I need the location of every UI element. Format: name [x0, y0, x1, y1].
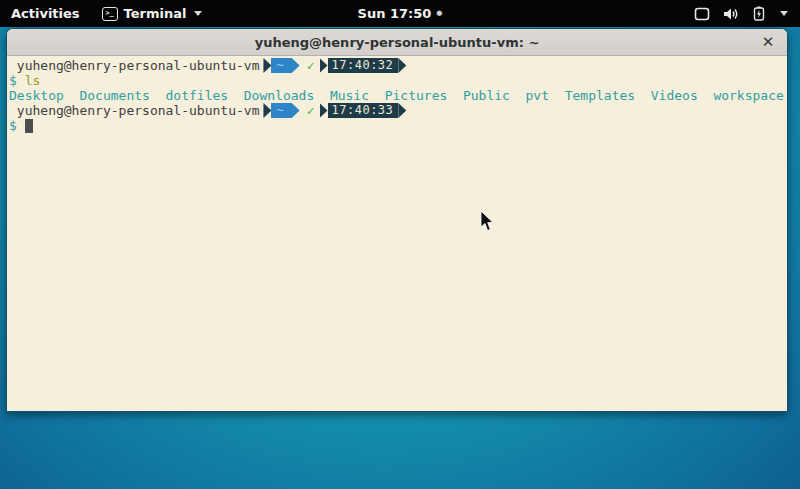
prompt-time-segment: 17:40:32: [328, 58, 399, 73]
volume-icon: [723, 7, 740, 21]
prompt-user-host: yuheng@henry-personal-ubuntu-vm: [9, 103, 259, 118]
screen-share-icon: [694, 7, 710, 21]
directory-name: Desktop: [9, 88, 64, 103]
directory-name: Documents: [79, 88, 149, 103]
directory-name: Downloads: [244, 88, 314, 103]
powerline-prompt: ~ ✓ 17:40:33: [263, 103, 406, 118]
mouse-pointer-icon: [480, 211, 494, 232]
terminal-content[interactable]: yuheng@henry-personal-ubuntu-vm ~ ✓ 17:4…: [7, 56, 787, 411]
prompt-user-host: yuheng@henry-personal-ubuntu-vm: [9, 58, 259, 73]
ls-output-line: Desktop Documents dotfiles Downloads Mus…: [9, 88, 785, 103]
powerline-arrow-icon: [263, 58, 271, 73]
current-command-line: $: [9, 118, 785, 133]
powerline-arrow-icon: [263, 103, 271, 118]
directory-name: Pictures: [385, 88, 448, 103]
clock[interactable]: Sun 17:50: [358, 6, 432, 21]
powerline-arrow-icon: [398, 58, 406, 73]
powerline-arrow-icon: [398, 103, 406, 118]
system-status-area[interactable]: [694, 6, 800, 21]
app-menu-label: Terminal: [124, 6, 187, 21]
shell-prompt-symbol: $: [9, 118, 17, 133]
terminal-app-icon: >_: [102, 7, 118, 21]
directory-name: dotfiles: [166, 88, 229, 103]
notification-dot-icon: ●: [436, 10, 442, 17]
directory-name: workspace: [713, 88, 783, 103]
prompt-path-segment: ~: [271, 103, 291, 118]
directory-name: Videos: [651, 88, 698, 103]
typed-command: ls: [25, 73, 41, 88]
powerline-prompt: ~ ✓ 17:40:32: [263, 58, 406, 73]
powerline-arrow-icon: [292, 58, 300, 73]
powerline-arrow-icon: [292, 103, 300, 118]
directory-name: pvt: [526, 88, 549, 103]
directory-name: Templates: [565, 88, 635, 103]
command-line: $ ls: [9, 73, 785, 88]
activities-button[interactable]: Activities: [11, 6, 80, 21]
directory-name: Public: [463, 88, 510, 103]
window-title: yuheng@henry-personal-ubuntu-vm: ~: [255, 35, 540, 50]
shell-prompt-symbol: $: [9, 73, 17, 88]
status-check-icon: ✓: [307, 103, 315, 118]
system-menu-chevron-icon: [780, 11, 788, 16]
prompt-time-segment: 17:40:33: [328, 103, 399, 118]
powerline-arrow-icon: [320, 58, 328, 73]
close-icon[interactable]: ✕: [758, 32, 778, 52]
app-menu[interactable]: >_ Terminal: [102, 6, 203, 21]
prompt-path-segment: ~: [271, 58, 291, 73]
window-title-bar[interactable]: yuheng@henry-personal-ubuntu-vm: ~ ✕: [7, 29, 787, 56]
directory-name: Music: [330, 88, 369, 103]
powerline-arrow-icon: [320, 103, 328, 118]
chevron-down-icon: [194, 11, 202, 16]
prompt-line-2: yuheng@henry-personal-ubuntu-vm ~ ✓ 17:4…: [9, 103, 785, 118]
terminal-window: yuheng@henry-personal-ubuntu-vm: ~ ✕ yuh…: [6, 28, 788, 412]
gnome-top-bar: Activities >_ Terminal Sun 17:50 ●: [0, 0, 800, 27]
prompt-line-1: yuheng@henry-personal-ubuntu-vm ~ ✓ 17:4…: [9, 58, 785, 73]
terminal-cursor: [25, 119, 33, 133]
status-check-icon: ✓: [307, 58, 315, 73]
battery-charging-icon: [753, 6, 765, 21]
